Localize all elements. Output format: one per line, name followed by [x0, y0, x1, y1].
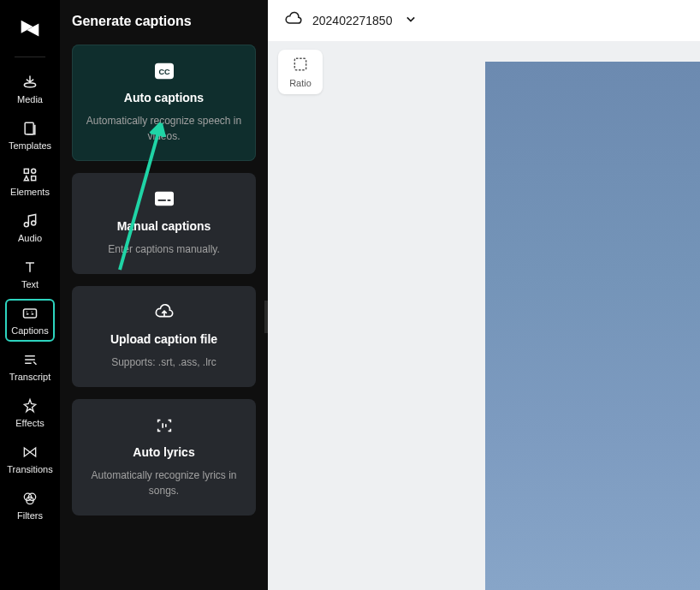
project-name[interactable]: 202402271850 — [312, 14, 392, 27]
card-manual-captions[interactable]: Manual captions Enter captions manually. — [72, 173, 256, 274]
video-preview[interactable] — [485, 62, 700, 590]
card-desc: Automatically recognize lyrics in songs. — [84, 468, 244, 498]
sidebar-item-label: Text — [21, 279, 39, 289]
svg-point-5 — [32, 221, 36, 225]
sidebar-item-text[interactable]: Text — [5, 253, 55, 295]
svg-rect-16 — [294, 58, 306, 69]
sidebar-item-audio[interactable]: Audio — [5, 206, 55, 249]
card-title: Auto captions — [84, 91, 244, 104]
svg-rect-14 — [167, 200, 170, 201]
card-title: Manual captions — [84, 219, 244, 233]
main-area: 202402271850 Ratio — [268, 0, 700, 590]
card-auto-lyrics[interactable]: Auto lyrics Automatically recognize lyri… — [72, 399, 256, 516]
sidebar: Media Templates Elements Audio Text Capt… — [0, 0, 60, 590]
sidebar-item-transitions[interactable]: Transitions — [5, 438, 55, 480]
sidebar-item-label: Templates — [9, 140, 51, 151]
svg-text:CC: CC — [158, 68, 170, 76]
cloud-upload-icon — [84, 303, 244, 322]
svg-rect-0 — [25, 122, 33, 134]
sidebar-item-effects[interactable]: Effects — [5, 391, 55, 434]
sidebar-item-label: Transcript — [9, 372, 51, 382]
sidebar-item-label: Elements — [10, 187, 50, 197]
card-desc: Supports: .srt, .ass, .lrc — [84, 355, 244, 370]
card-desc: Enter captions manually. — [84, 241, 244, 257]
card-upload-captions[interactable]: Upload caption file Supports: .srt, .ass… — [72, 286, 256, 387]
sidebar-item-label: Media — [17, 94, 43, 104]
ratio-button[interactable]: Ratio — [278, 50, 323, 94]
sidebar-item-media[interactable]: Media — [5, 68, 55, 110]
sidebar-item-templates[interactable]: Templates — [5, 114, 55, 157]
svg-rect-3 — [32, 176, 36, 181]
svg-rect-13 — [157, 200, 165, 201]
sidebar-item-transcript[interactable]: Transcript — [5, 345, 55, 388]
sidebar-item-label: Audio — [18, 233, 42, 243]
card-title: Auto lyrics — [84, 445, 244, 459]
subtitle-icon — [84, 190, 244, 209]
sidebar-item-filters[interactable]: Filters — [5, 484, 55, 527]
svg-rect-1 — [24, 169, 28, 173]
chevron-down-icon[interactable] — [402, 10, 419, 31]
card-auto-captions[interactable]: CC Auto captions Automatically recognize… — [72, 45, 256, 161]
sidebar-item-label: Effects — [15, 418, 44, 428]
sidebar-item-label: Transitions — [7, 464, 52, 474]
svg-point-4 — [24, 223, 28, 227]
ratio-icon — [292, 56, 309, 74]
card-title: Upload caption file — [84, 332, 244, 346]
app-logo[interactable] — [15, 14, 44, 43]
ratio-label: Ratio — [289, 78, 311, 88]
sidebar-item-captions[interactable]: Captions — [5, 299, 55, 342]
cloud-icon — [285, 10, 302, 31]
svg-rect-6 — [24, 309, 37, 318]
svg-point-2 — [32, 169, 36, 173]
sidebar-item-label: Captions — [11, 325, 48, 336]
topbar: 202402271850 — [268, 0, 700, 41]
sidebar-item-elements[interactable]: Elements — [5, 160, 55, 203]
card-desc: Automatically recognize speech in videos… — [84, 113, 244, 144]
panel-title: Generate captions — [72, 14, 256, 29]
sidebar-item-label: Filters — [17, 510, 43, 521]
canvas-area: Ratio — [268, 41, 700, 590]
cc-icon: CC — [84, 62, 244, 80]
scan-icon — [84, 416, 244, 435]
svg-rect-12 — [155, 192, 174, 206]
captions-panel: Generate captions CC Auto captions Autom… — [60, 0, 268, 590]
